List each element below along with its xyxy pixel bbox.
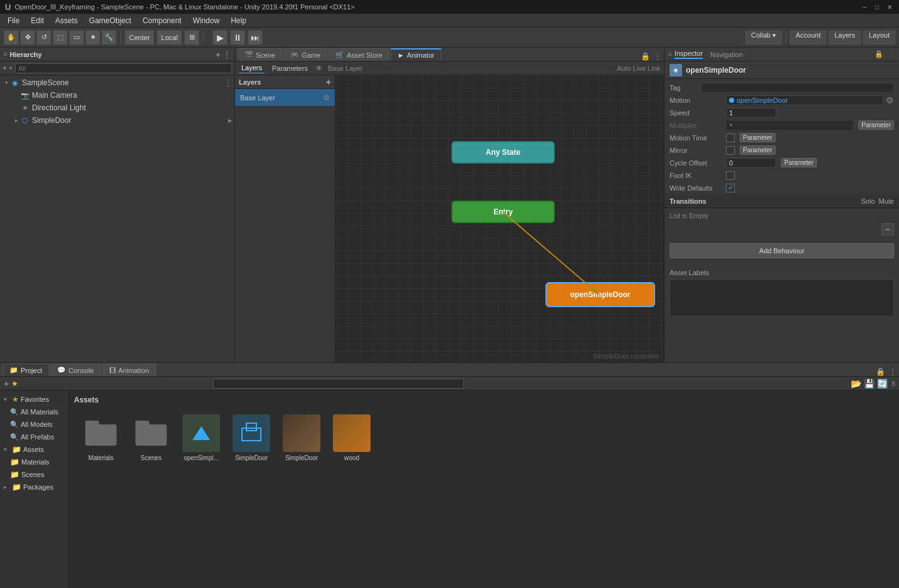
tab-assetstore[interactable]: 🛒 Asset Store [329, 48, 389, 61]
project-search[interactable] [213, 379, 464, 389]
collab-btn[interactable]: Collab ▾ [745, 31, 782, 45]
scale-tool[interactable]: ⬚ [53, 30, 68, 45]
grid-btn[interactable]: ⊞ [184, 30, 199, 45]
tab-options[interactable]: ⋮ [654, 52, 661, 61]
hierarchy-add-small[interactable]: + [3, 64, 7, 73]
asset-materials[interactable]: Materials [79, 414, 123, 461]
rotate-tool[interactable]: ↺ [36, 30, 51, 45]
layout-btn[interactable]: Layout [863, 31, 895, 45]
asset-scenes[interactable]: Scenes [129, 414, 173, 461]
rect-tool[interactable]: ▭ [69, 30, 84, 45]
maximize-btn[interactable]: □ [873, 3, 881, 11]
bottom-tab-console[interactable]: 💬 Console [50, 364, 100, 376]
motion-time-checkbox[interactable] [726, 134, 735, 142]
hierarchy-search[interactable] [15, 63, 232, 73]
tab-animator[interactable]: ► Animator [391, 48, 441, 61]
layer-item-baselayer[interactable]: Base Layer ⚙ [235, 89, 335, 107]
speed-input[interactable]: 1 [726, 108, 776, 118]
animator-canvas-wrap[interactable]: Any State Entry openSimpleDoor [335, 75, 664, 362]
custom-tool[interactable]: 🔧 [102, 30, 117, 45]
inspector-options[interactable]: ⋮ [888, 50, 895, 58]
asset-simpledoor-prefab[interactable]: SimpleDoor [229, 414, 273, 461]
menu-assets[interactable]: Assets [50, 15, 83, 26]
pause-btn[interactable]: ⏸ [230, 30, 245, 45]
transitions-header[interactable]: Transitions Solo Mute [665, 194, 899, 208]
door-expand[interactable]: ▸ [228, 116, 232, 125]
local-btn[interactable]: Local [157, 30, 182, 45]
motion-settings-icon[interactable]: ⚙ [886, 95, 894, 105]
foot-ik-checkbox[interactable] [726, 171, 735, 180]
menu-file[interactable]: File [3, 15, 24, 26]
hierarchy-item-simpledoor[interactable]: ▸ ⬡ SimpleDoor ▸ [0, 114, 234, 127]
hierarchy-item-directionallight[interactable]: ▸ ☀ Directional Light [0, 102, 234, 114]
transitions-mute[interactable]: Mute [879, 197, 894, 205]
scene-options[interactable]: ⋮ [224, 78, 232, 87]
menu-window[interactable]: Window [187, 15, 224, 26]
param-btn-cycle[interactable]: Parameter [781, 158, 817, 167]
reveal-btn[interactable]: 📂 [851, 379, 861, 389]
eye-icon[interactable]: 👁 [315, 64, 323, 73]
gear-icon[interactable]: ⚙ [323, 93, 330, 102]
inspector-tab[interactable]: Inspector [675, 50, 703, 59]
tab-lock[interactable]: 🔒 [641, 52, 650, 61]
remove-transition-btn[interactable]: − [881, 223, 894, 236]
close-btn[interactable]: ✕ [885, 3, 894, 11]
menu-help[interactable]: Help [226, 15, 251, 26]
layers-btn[interactable]: Layers [829, 31, 861, 45]
mirror-checkbox[interactable] [726, 146, 735, 155]
favorites-tree-item[interactable]: ▾ ★ Favorites [0, 393, 68, 406]
step-btn[interactable]: ⏭ [248, 30, 263, 45]
tab-scene[interactable]: 🎬 Scene [238, 48, 282, 61]
param-btn-multiplier[interactable]: Parameter [858, 120, 894, 130]
tag-value[interactable] [701, 83, 894, 93]
menu-component[interactable]: Component [137, 15, 186, 26]
asset-labels-area[interactable] [670, 279, 894, 317]
navigation-tab[interactable]: Navigation [710, 51, 743, 58]
cycle-offset-input[interactable]: 0 [726, 158, 776, 168]
move-tool[interactable]: ✥ [20, 30, 35, 45]
materials-tree-item[interactable]: 📁 Materials [0, 456, 68, 468]
center-btn[interactable]: Center [125, 30, 154, 45]
anim-layers-tab[interactable]: Layers [239, 63, 265, 73]
assets-tree-item[interactable]: ▾ 📁 Assets [0, 443, 68, 456]
hierarchy-options-btn[interactable]: ⋮ [223, 50, 231, 59]
layers-add-btn[interactable]: + [326, 77, 331, 87]
hand-tool[interactable]: ✋ [4, 30, 19, 45]
anim-params-tab[interactable]: Parameters [270, 63, 310, 73]
asset-wood[interactable]: wood [330, 414, 374, 461]
write-defaults-checkbox[interactable]: ✓ [726, 184, 735, 192]
account-btn[interactable]: Account [790, 31, 826, 45]
hierarchy-add-btn[interactable]: + [216, 50, 221, 60]
animator-canvas[interactable]: Any State Entry openSimpleDoor [335, 75, 664, 362]
transitions-solo[interactable]: Solo [861, 197, 875, 205]
motion-value[interactable]: openSimpleDoor [726, 95, 883, 105]
scenes-tree-item[interactable]: 📁 Scenes [0, 468, 68, 481]
multiplier-dropdown[interactable]: ▾ [726, 120, 853, 130]
bottom-tab-project[interactable]: 📁 Project [3, 364, 49, 376]
asset-opensimpl[interactable]: openSimpl... [179, 414, 223, 461]
project-add-btn[interactable]: + [4, 379, 9, 389]
refresh-btn[interactable]: 🔄 [877, 379, 888, 389]
add-behaviour-btn[interactable]: Add Behaviour [670, 243, 894, 258]
minimize-btn[interactable]: ─ [860, 3, 869, 11]
state-any[interactable]: Any State [451, 141, 555, 164]
project-options[interactable]: ⋮ [889, 367, 896, 376]
bottom-tab-animation[interactable]: 🎞 Animation [102, 364, 156, 376]
all-prefabs-item[interactable]: 🔍 All Prefabs [0, 431, 68, 443]
hierarchy-item-maincamera[interactable]: ▸ 📷 Main Camera [0, 89, 234, 102]
all-models-item[interactable]: 🔍 All Models [0, 418, 68, 431]
asset-simpledoor-door[interactable]: SimpleDoor [280, 414, 323, 461]
state-opensimpledoor[interactable]: openSimpleDoor [545, 282, 655, 307]
save-btn[interactable]: 💾 [864, 379, 875, 389]
param-btn-motion-time[interactable]: Parameter [740, 133, 775, 142]
state-entry[interactable]: Entry [451, 201, 555, 223]
inspector-lock-btn[interactable]: 🔒 [875, 50, 883, 58]
tab-game[interactable]: 🎮 Game [283, 48, 327, 61]
project-lock[interactable]: 🔒 [876, 367, 885, 376]
menu-edit[interactable]: Edit [26, 15, 49, 26]
param-btn-mirror[interactable]: Parameter [740, 145, 775, 155]
packages-tree-item[interactable]: ▸ 📁 Packages [0, 481, 68, 493]
play-btn[interactable]: ▶ [213, 30, 228, 45]
auto-live-link[interactable]: Auto Live Link [617, 65, 660, 72]
all-materials-item[interactable]: 🔍 All Materials [0, 406, 68, 418]
